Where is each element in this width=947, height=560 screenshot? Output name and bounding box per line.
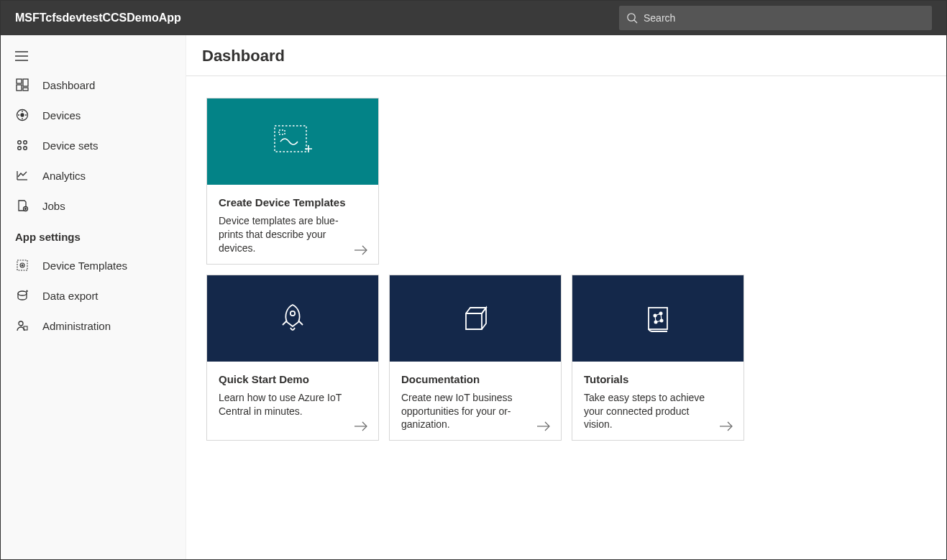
main-content: Dashboard Cre — [186, 35, 946, 559]
svg-rect-28 — [649, 308, 667, 329]
topbar: MSFTcfsdevtestCCSDemoApp — [1, 1, 946, 35]
card-body: Create Device Templates Device templates… — [207, 185, 378, 264]
svg-point-0 — [628, 14, 635, 21]
svg-point-14 — [24, 147, 27, 150]
sidebar: Dashboard Devices Device sets Analytics … — [1, 35, 186, 559]
menu-toggle[interactable] — [1, 42, 186, 70]
app-window: MSFTcfsdevtestCCSDemoApp Dashboard Devic… — [0, 0, 947, 560]
svg-rect-5 — [17, 79, 22, 83]
card-desc: Device templates are blue­prints that de… — [219, 214, 367, 255]
card-title: Quick Start Demo — [219, 373, 367, 385]
card-body: Quick Start Demo Learn how to use Azure … — [207, 362, 378, 441]
svg-point-11 — [18, 141, 22, 144]
sidebar-item-data-export[interactable]: Data export — [1, 280, 186, 311]
arrow-right-icon — [354, 421, 368, 431]
card-thumb — [572, 275, 744, 362]
arrow-right-icon — [536, 421, 551, 431]
search-icon — [626, 12, 638, 24]
svg-point-20 — [19, 321, 23, 326]
sidebar-item-devices[interactable]: Devices — [1, 100, 186, 130]
sidebar-item-label: Device Templates — [42, 260, 127, 272]
svg-point-13 — [18, 147, 22, 150]
svg-point-19 — [18, 291, 27, 295]
card-thumb — [207, 275, 378, 362]
device-templates-icon — [15, 259, 29, 272]
card-desc: Create new IoT business opportunities fo… — [401, 391, 549, 432]
svg-rect-23 — [279, 130, 285, 134]
sidebar-item-administration[interactable]: Administration — [1, 311, 186, 341]
sidebar-item-label: Analytics — [42, 170, 86, 182]
card-documentation[interactable]: Documentation Create new IoT business op… — [389, 275, 562, 441]
jobs-icon — [15, 199, 29, 212]
sidebar-item-label: Dashboard — [42, 79, 95, 91]
card-create-device-templates[interactable]: Create Device Templates Device templates… — [206, 98, 379, 265]
docs-icon — [457, 300, 493, 336]
template-add-icon — [267, 120, 318, 163]
dashboard-content: Create Device Templates Device templates… — [186, 76, 946, 472]
sidebar-item-device-templates[interactable]: Device Templates — [1, 250, 186, 280]
card-body: Documentation Create new IoT business op… — [390, 362, 561, 441]
arrow-right-icon — [719, 421, 733, 431]
svg-point-12 — [24, 141, 27, 144]
card-arrow — [536, 421, 551, 431]
card-thumb — [207, 98, 378, 185]
card-row-resources: Quick Start Demo Learn how to use Azure … — [206, 275, 926, 441]
sidebar-section-header: App settings — [1, 221, 186, 250]
sidebar-item-label: Jobs — [42, 200, 65, 212]
card-quick-start-demo[interactable]: Quick Start Demo Learn how to use Azure … — [206, 275, 379, 441]
svg-rect-7 — [17, 85, 22, 91]
analytics-icon — [15, 169, 29, 182]
card-body: Tutorials Take easy steps to achieve you… — [572, 362, 744, 441]
card-thumb — [390, 275, 561, 362]
card-desc: Learn how to use Azure IoT Central in mi… — [219, 391, 367, 418]
sidebar-item-label: Devices — [42, 109, 81, 121]
card-title: Tutorials — [584, 373, 732, 385]
svg-rect-8 — [23, 88, 28, 91]
svg-rect-6 — [23, 79, 28, 86]
sidebar-item-dashboard[interactable]: Dashboard — [1, 70, 186, 100]
devices-icon — [15, 109, 29, 121]
svg-point-25 — [290, 311, 295, 315]
card-title: Create Device Templates — [219, 196, 367, 208]
search-box[interactable] — [619, 6, 932, 30]
sidebar-item-label: Data export — [42, 290, 99, 302]
administration-icon — [15, 319, 29, 332]
card-title: Documentation — [401, 373, 549, 385]
tutorial-icon — [640, 300, 676, 336]
card-desc: Take easy steps to achieve your connecte… — [584, 391, 732, 432]
app-title: MSFTcfsdevtestCCSDemoApp — [15, 12, 181, 24]
page-header: Dashboard — [186, 35, 946, 76]
sidebar-item-device-sets[interactable]: Device sets — [1, 130, 186, 160]
svg-line-1 — [634, 20, 637, 23]
dashboard-icon — [15, 78, 29, 91]
device-sets-icon — [15, 139, 29, 152]
sidebar-item-jobs[interactable]: Jobs — [1, 191, 186, 221]
card-tutorials[interactable]: Tutorials Take easy steps to achieve you… — [572, 275, 744, 441]
sidebar-item-label: Device sets — [42, 139, 99, 152]
card-arrow — [354, 245, 368, 255]
card-arrow — [719, 421, 733, 431]
rocket-icon — [273, 299, 312, 338]
sidebar-item-label: Administration — [42, 320, 111, 332]
card-row-featured: Create Device Templates Device templates… — [206, 98, 926, 265]
page-title: Dashboard — [202, 47, 930, 65]
hamburger-icon — [15, 51, 28, 61]
sidebar-item-analytics[interactable]: Analytics — [1, 160, 186, 191]
svg-point-18 — [22, 265, 23, 266]
search-input[interactable] — [644, 12, 925, 24]
app-body: Dashboard Devices Device sets Analytics … — [1, 35, 946, 559]
data-export-icon — [15, 289, 29, 302]
svg-point-10 — [21, 114, 24, 116]
arrow-right-icon — [354, 245, 368, 255]
card-arrow — [354, 421, 368, 431]
